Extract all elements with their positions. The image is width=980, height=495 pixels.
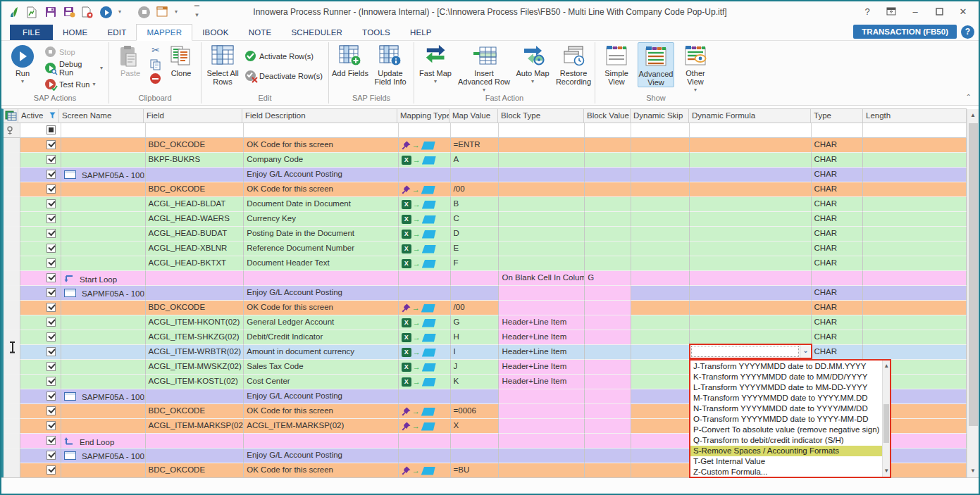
dynamic-skip-cell[interactable]: [631, 360, 690, 375]
block-value-cell[interactable]: [585, 212, 631, 227]
map-value-cell[interactable]: =0006: [451, 404, 500, 419]
dropdown-item[interactable]: T-Get Internal Value: [690, 456, 882, 467]
length-cell[interactable]: [863, 256, 967, 271]
block-value-cell[interactable]: [585, 168, 631, 182]
screen-name-cell[interactable]: [61, 463, 146, 478]
map-value-cell[interactable]: [451, 271, 500, 286]
grid-scrollbar-thumb[interactable]: [969, 123, 978, 426]
type-cell[interactable]: CHAR: [812, 330, 864, 345]
block-value-cell[interactable]: [585, 138, 631, 153]
screen-name-cell[interactable]: [61, 360, 146, 375]
mapping-type-cell[interactable]: X: [399, 271, 451, 286]
field-description-cell[interactable]: Reference Document Number: [244, 242, 399, 256]
mapping-type-cell[interactable]: X: [399, 138, 451, 153]
field-cell[interactable]: BDC_OKCODE: [146, 182, 244, 197]
row-indicator[interactable]: [4, 256, 20, 271]
dynamic-skip-cell[interactable]: [631, 330, 690, 345]
column-header-dynamic-formula[interactable]: Dynamic Formula: [689, 109, 811, 123]
map-value-cell[interactable]: I: [451, 345, 500, 360]
cut-icon[interactable]: ✂: [150, 45, 161, 56]
pin-panel-button[interactable]: [881, 4, 901, 18]
row-active-checkbox[interactable]: [46, 214, 56, 223]
row-active-checkbox[interactable]: [46, 391, 56, 401]
field-cell[interactable]: BDC_OKCODE: [146, 404, 244, 419]
length-cell[interactable]: [863, 271, 967, 286]
map-value-cell[interactable]: [451, 449, 500, 463]
dropdown-item[interactable]: K-Transform YYYYMMDD date to MM/DD/YYYY: [690, 372, 882, 382]
mapping-type-cell[interactable]: X: [399, 345, 451, 360]
active-cell[interactable]: [20, 197, 61, 212]
row-indicator[interactable]: [4, 271, 20, 286]
block-type-cell[interactable]: Header+Line Item: [499, 360, 585, 375]
field-cell[interactable]: [146, 168, 244, 182]
mapping-type-cell[interactable]: X: [399, 197, 451, 212]
active-cell[interactable]: [20, 419, 61, 434]
dropdown-scrollbar[interactable]: ▲ ▼: [882, 361, 890, 477]
dynamic-formula-cell[interactable]: [690, 271, 812, 286]
mapping-type-cell[interactable]: X: [399, 301, 451, 315]
row-active-checkbox[interactable]: [46, 258, 56, 268]
dropdown-item[interactable]: O-Transform YYYYMMDD date to YYYY-MM-DD: [690, 414, 882, 425]
row-indicator[interactable]: [4, 463, 20, 478]
type-cell[interactable]: CHAR: [812, 256, 864, 271]
mapping-type-cell[interactable]: X: [399, 227, 451, 242]
map-value-cell[interactable]: D: [451, 227, 500, 242]
mapping-type-cell[interactable]: X: [399, 168, 451, 182]
field-description-cell[interactable]: OK Code for this screen: [244, 463, 399, 478]
column-header-mapping-type[interactable]: Mapping Type: [397, 109, 449, 123]
mapping-type-cell[interactable]: X: [399, 256, 451, 271]
field-description-cell[interactable]: Document Date in Document: [244, 197, 399, 212]
screen-name-cell[interactable]: Start Loop: [61, 271, 146, 286]
screen-name-cell[interactable]: [61, 138, 146, 153]
activate-rows-button[interactable]: Activate Row(s): [242, 49, 325, 63]
dropdown-item[interactable]: P-Convert To absolute value (remove nega…: [690, 425, 882, 435]
screen-name-cell[interactable]: [61, 182, 146, 197]
advanced-view-button[interactable]: Advanced View: [638, 42, 674, 87]
grid-row[interactable]: BDC_OKCODE OK Code for this screen X =EN…: [4, 138, 967, 153]
column-header-field-description[interactable]: Field Description: [242, 109, 397, 123]
dynamic-skip-cell[interactable]: [631, 301, 690, 315]
mapping-type-cell[interactable]: X: [399, 286, 451, 301]
mapping-type-cell[interactable]: X: [399, 212, 451, 227]
type-cell[interactable]: CHAR: [812, 315, 864, 330]
active-cell[interactable]: [20, 404, 61, 419]
block-value-cell[interactable]: [585, 404, 631, 419]
grid-row[interactable]: SAPMF05A - 1001 Enjoy G/L Account Postin…: [4, 286, 967, 301]
mapping-type-cell[interactable]: X: [399, 419, 451, 434]
map-value-cell[interactable]: X: [451, 419, 500, 434]
length-cell[interactable]: [863, 301, 967, 315]
row-active-checkbox[interactable]: [46, 288, 56, 297]
ribbon-tab-ibook[interactable]: IBOOK: [192, 25, 238, 40]
row-indicator[interactable]: [4, 315, 20, 330]
delete-row-icon[interactable]: [150, 73, 161, 84]
row-indicator[interactable]: [4, 168, 20, 182]
field-description-cell[interactable]: OK Code for this screen: [244, 138, 399, 153]
block-type-cell[interactable]: [499, 256, 585, 271]
grid-row[interactable]: BDC_OKCODE OK Code for this screen X /00…: [4, 301, 967, 315]
block-value-cell[interactable]: [585, 434, 631, 449]
row-indicator[interactable]: [4, 301, 20, 315]
field-cell[interactable]: BKPF-BUKRS: [146, 153, 244, 168]
ribbon-tab-tools[interactable]: TOOLS: [352, 25, 400, 40]
dynamic-skip-cell[interactable]: [631, 256, 690, 271]
length-cell[interactable]: [863, 212, 967, 227]
block-type-cell[interactable]: [499, 212, 585, 227]
auto-map-button[interactable]: Auto Map: [514, 42, 551, 84]
dynamic-skip-cell[interactable]: [631, 434, 690, 449]
dynamic-formula-cell[interactable]: [690, 153, 812, 168]
field-cell[interactable]: [146, 434, 244, 449]
row-indicator[interactable]: [4, 419, 20, 434]
mapping-type-cell[interactable]: X: [399, 360, 451, 375]
dropdown-item[interactable]: N-Transform YYYYMMDD date to YYYY/MM/DD: [690, 403, 882, 414]
active-cell[interactable]: [20, 449, 61, 463]
field-description-cell[interactable]: General Ledger Account: [244, 315, 399, 330]
dropdown-scrollbar-thumb[interactable]: [883, 404, 889, 443]
block-type-cell[interactable]: Header+Line Item: [499, 345, 585, 360]
column-header-field[interactable]: Field: [144, 109, 242, 123]
block-type-cell[interactable]: [499, 153, 585, 168]
map-value-cell[interactable]: =BU: [451, 463, 500, 478]
update-field-info-button[interactable]: Update Field Info: [370, 42, 411, 86]
dropdown-scroll-up-icon[interactable]: ▲: [883, 361, 890, 371]
field-description-cell[interactable]: Enjoy G/L Account Posting: [244, 389, 399, 404]
row-active-checkbox[interactable]: [46, 332, 56, 342]
